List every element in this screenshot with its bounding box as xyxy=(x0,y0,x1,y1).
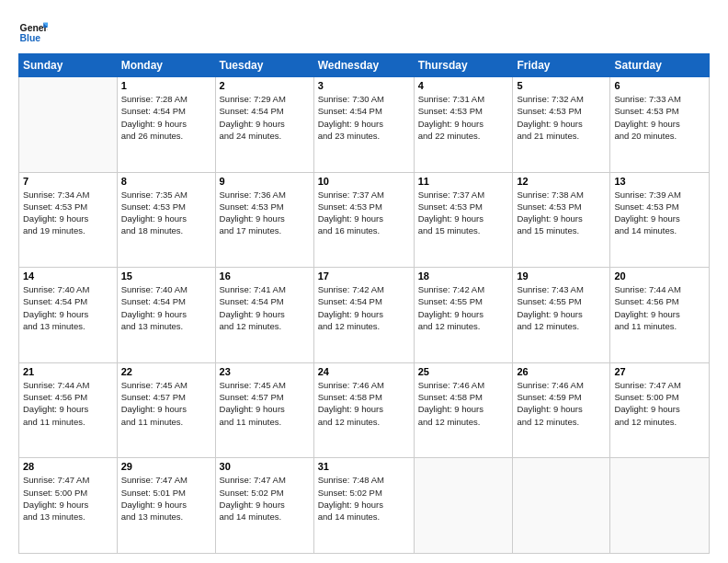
day-info: Sunrise: 7:47 AMSunset: 5:02 PMDaylight:… xyxy=(220,474,310,523)
weekday-monday: Monday xyxy=(117,54,215,77)
day-number: 22 xyxy=(121,366,211,377)
weekday-tuesday: Tuesday xyxy=(215,54,313,77)
logo-icon: General Blue xyxy=(18,17,48,46)
day-info: Sunrise: 7:47 AMSunset: 5:01 PMDaylight:… xyxy=(121,474,211,523)
week-row-2: 7Sunrise: 7:34 AMSunset: 4:53 PMDaylight… xyxy=(19,172,710,268)
day-info: Sunrise: 7:45 AMSunset: 4:57 PMDaylight:… xyxy=(121,379,211,428)
day-number: 7 xyxy=(23,176,113,187)
day-cell: 1Sunrise: 7:28 AMSunset: 4:54 PMDaylight… xyxy=(117,77,215,173)
day-info: Sunrise: 7:38 AMSunset: 4:53 PMDaylight:… xyxy=(517,189,606,237)
day-number: 1 xyxy=(121,80,211,91)
day-info: Sunrise: 7:41 AMSunset: 4:54 PMDaylight:… xyxy=(220,283,310,332)
day-info: Sunrise: 7:37 AMSunset: 4:53 PMDaylight:… xyxy=(418,189,509,237)
day-number: 18 xyxy=(418,270,509,282)
page: General Blue SundayMondayTuesdayWednesda… xyxy=(0,0,728,563)
day-cell: 13Sunrise: 7:39 AMSunset: 4:53 PMDayligh… xyxy=(610,172,710,268)
day-number: 16 xyxy=(220,270,310,282)
day-number: 13 xyxy=(614,176,705,187)
day-info: Sunrise: 7:46 AMSunset: 4:58 PMDaylight:… xyxy=(418,379,509,428)
day-cell: 5Sunrise: 7:32 AMSunset: 4:53 PMDaylight… xyxy=(513,77,610,173)
day-cell: 23Sunrise: 7:45 AMSunset: 4:57 PMDayligh… xyxy=(215,362,313,458)
day-info: Sunrise: 7:40 AMSunset: 4:54 PMDaylight:… xyxy=(121,283,211,332)
day-info: Sunrise: 7:40 AMSunset: 4:54 PMDaylight:… xyxy=(23,283,113,332)
day-cell: 19Sunrise: 7:43 AMSunset: 4:55 PMDayligh… xyxy=(513,268,610,363)
day-info: Sunrise: 7:44 AMSunset: 4:56 PMDaylight:… xyxy=(23,379,113,428)
header: General Blue xyxy=(18,17,710,46)
week-row-5: 28Sunrise: 7:47 AMSunset: 5:00 PMDayligh… xyxy=(19,458,710,554)
day-cell: 4Sunrise: 7:31 AMSunset: 4:53 PMDaylight… xyxy=(414,77,513,173)
day-cell: 12Sunrise: 7:38 AMSunset: 4:53 PMDayligh… xyxy=(513,172,610,268)
day-cell: 28Sunrise: 7:47 AMSunset: 5:00 PMDayligh… xyxy=(19,458,118,554)
day-number: 4 xyxy=(418,80,509,91)
day-number: 10 xyxy=(318,176,410,187)
weekday-header-row: SundayMondayTuesdayWednesdayThursdayFrid… xyxy=(19,54,710,77)
svg-text:Blue: Blue xyxy=(20,33,41,43)
weekday-friday: Friday xyxy=(513,54,610,77)
day-cell: 24Sunrise: 7:46 AMSunset: 4:58 PMDayligh… xyxy=(313,362,414,458)
day-number: 9 xyxy=(220,176,310,187)
day-cell: 2Sunrise: 7:29 AMSunset: 4:54 PMDaylight… xyxy=(215,77,313,173)
day-info: Sunrise: 7:31 AMSunset: 4:53 PMDaylight:… xyxy=(418,93,509,142)
day-cell: 17Sunrise: 7:42 AMSunset: 4:54 PMDayligh… xyxy=(313,268,414,363)
weekday-sunday: Sunday xyxy=(19,54,118,77)
day-number: 20 xyxy=(614,270,705,282)
day-cell xyxy=(610,458,710,554)
day-number: 6 xyxy=(614,80,705,91)
day-number: 28 xyxy=(23,461,113,472)
day-number: 12 xyxy=(517,176,606,187)
day-info: Sunrise: 7:45 AMSunset: 4:57 PMDaylight:… xyxy=(220,379,310,428)
day-info: Sunrise: 7:47 AMSunset: 5:00 PMDaylight:… xyxy=(23,474,113,523)
day-cell: 22Sunrise: 7:45 AMSunset: 4:57 PMDayligh… xyxy=(117,362,215,458)
day-info: Sunrise: 7:28 AMSunset: 4:54 PMDaylight:… xyxy=(121,93,211,142)
day-number: 30 xyxy=(220,461,310,472)
day-info: Sunrise: 7:29 AMSunset: 4:54 PMDaylight:… xyxy=(220,93,310,142)
day-number: 31 xyxy=(318,461,410,472)
day-cell xyxy=(513,458,610,554)
day-cell: 15Sunrise: 7:40 AMSunset: 4:54 PMDayligh… xyxy=(117,268,215,363)
day-cell: 11Sunrise: 7:37 AMSunset: 4:53 PMDayligh… xyxy=(414,172,513,268)
day-cell: 7Sunrise: 7:34 AMSunset: 4:53 PMDaylight… xyxy=(19,172,118,268)
day-info: Sunrise: 7:30 AMSunset: 4:54 PMDaylight:… xyxy=(318,93,410,142)
calendar-body: 1Sunrise: 7:28 AMSunset: 4:54 PMDaylight… xyxy=(19,77,710,554)
day-info: Sunrise: 7:42 AMSunset: 4:54 PMDaylight:… xyxy=(318,283,410,332)
calendar-table: SundayMondayTuesdayWednesdayThursdayFrid… xyxy=(18,53,710,554)
day-number: 21 xyxy=(23,366,113,377)
weekday-wednesday: Wednesday xyxy=(313,54,414,77)
day-info: Sunrise: 7:39 AMSunset: 4:53 PMDaylight:… xyxy=(614,189,705,237)
day-number: 27 xyxy=(614,366,705,377)
day-number: 5 xyxy=(517,80,606,91)
logo: General Blue xyxy=(18,17,51,46)
weekday-thursday: Thursday xyxy=(414,54,513,77)
day-cell: 29Sunrise: 7:47 AMSunset: 5:01 PMDayligh… xyxy=(117,458,215,554)
day-number: 26 xyxy=(517,366,606,377)
day-number: 23 xyxy=(220,366,310,377)
weekday-saturday: Saturday xyxy=(610,54,710,77)
day-number: 19 xyxy=(517,270,606,282)
day-number: 15 xyxy=(121,270,211,282)
day-cell: 14Sunrise: 7:40 AMSunset: 4:54 PMDayligh… xyxy=(19,268,118,363)
day-cell: 30Sunrise: 7:47 AMSunset: 5:02 PMDayligh… xyxy=(215,458,313,554)
day-info: Sunrise: 7:44 AMSunset: 4:56 PMDaylight:… xyxy=(614,283,705,332)
day-number: 24 xyxy=(318,366,410,377)
day-cell: 18Sunrise: 7:42 AMSunset: 4:55 PMDayligh… xyxy=(414,268,513,363)
day-cell: 6Sunrise: 7:33 AMSunset: 4:53 PMDaylight… xyxy=(610,77,710,173)
day-info: Sunrise: 7:46 AMSunset: 4:59 PMDaylight:… xyxy=(517,379,606,428)
day-info: Sunrise: 7:37 AMSunset: 4:53 PMDaylight:… xyxy=(318,189,410,237)
day-info: Sunrise: 7:33 AMSunset: 4:53 PMDaylight:… xyxy=(614,93,705,142)
day-info: Sunrise: 7:32 AMSunset: 4:53 PMDaylight:… xyxy=(517,93,606,142)
day-number: 3 xyxy=(318,80,410,91)
day-info: Sunrise: 7:34 AMSunset: 4:53 PMDaylight:… xyxy=(23,189,113,237)
day-cell: 16Sunrise: 7:41 AMSunset: 4:54 PMDayligh… xyxy=(215,268,313,363)
day-number: 29 xyxy=(121,461,211,472)
day-number: 17 xyxy=(318,270,410,282)
day-cell: 27Sunrise: 7:47 AMSunset: 5:00 PMDayligh… xyxy=(610,362,710,458)
day-info: Sunrise: 7:47 AMSunset: 5:00 PMDaylight:… xyxy=(614,379,705,428)
day-cell: 9Sunrise: 7:36 AMSunset: 4:53 PMDaylight… xyxy=(215,172,313,268)
day-info: Sunrise: 7:42 AMSunset: 4:55 PMDaylight:… xyxy=(418,283,509,332)
day-cell: 25Sunrise: 7:46 AMSunset: 4:58 PMDayligh… xyxy=(414,362,513,458)
day-info: Sunrise: 7:35 AMSunset: 4:53 PMDaylight:… xyxy=(121,189,211,237)
day-cell: 3Sunrise: 7:30 AMSunset: 4:54 PMDaylight… xyxy=(313,77,414,173)
day-cell xyxy=(414,458,513,554)
day-cell: 20Sunrise: 7:44 AMSunset: 4:56 PMDayligh… xyxy=(610,268,710,363)
day-cell xyxy=(19,77,118,173)
